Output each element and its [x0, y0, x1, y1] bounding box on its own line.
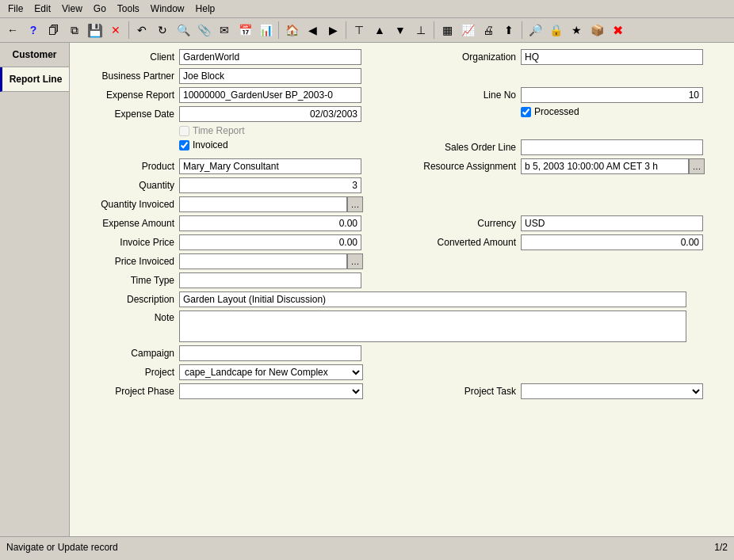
client-input[interactable]	[179, 49, 361, 65]
quantity-input[interactable]	[179, 177, 361, 193]
menu-go[interactable]: Go	[89, 2, 111, 16]
row-expense-report: Expense Report Line No	[76, 87, 728, 103]
sidebar-tab-customer[interactable]: Customer	[0, 43, 69, 67]
field-expense-report: Expense Report	[76, 87, 394, 103]
time-type-input[interactable]	[179, 272, 361, 288]
quantity-invoiced-btn[interactable]: …	[347, 196, 363, 212]
report-button[interactable]: 📊	[256, 21, 275, 40]
down-button[interactable]: ▼	[391, 21, 410, 40]
home-button[interactable]: 🏠	[282, 21, 301, 40]
expense-date-input[interactable]	[179, 106, 361, 122]
quantity-label: Quantity	[76, 180, 179, 191]
menu-edit[interactable]: Edit	[29, 2, 55, 16]
print-button[interactable]: 🖨	[479, 21, 498, 40]
project-task-select[interactable]	[521, 383, 703, 399]
up-button[interactable]: ▲	[370, 21, 389, 40]
invoiced-label: Invoiced	[193, 139, 233, 150]
sales-order-line-label: Sales Order Line	[410, 142, 521, 153]
sidebar: Customer Report Line	[0, 43, 70, 536]
last-button[interactable]: ⊥	[411, 21, 430, 40]
attach-button[interactable]: 📎	[194, 21, 213, 40]
row-project: Project cape_Landcape for New Complex	[76, 364, 728, 380]
back-button[interactable]: ←	[3, 21, 22, 40]
org-input[interactable]	[521, 49, 703, 65]
email-button[interactable]: ✉	[215, 21, 234, 40]
expense-amount-label: Expense Amount	[76, 218, 179, 229]
row-price-invoiced: Price Invoiced …	[76, 253, 728, 269]
field-sales-order-line: Sales Order Line	[410, 139, 728, 155]
price-invoiced-btn[interactable]: …	[347, 253, 363, 269]
field-project-task: Project Task	[410, 383, 728, 399]
lock-button[interactable]: 🔒	[546, 21, 565, 40]
export-button[interactable]: ⬆	[499, 21, 518, 40]
processed-checkbox[interactable]	[521, 107, 531, 117]
copy-button[interactable]: ⧉	[65, 21, 84, 40]
product-input[interactable]	[179, 158, 361, 174]
save-button[interactable]: 💾	[86, 21, 105, 40]
chart-button[interactable]: 📈	[458, 21, 477, 40]
field-time-report: Time Report	[76, 125, 728, 136]
page-info: 1/2	[714, 542, 728, 553]
org-label: Organization	[410, 51, 521, 63]
campaign-input[interactable]	[179, 345, 361, 361]
menu-view[interactable]: View	[57, 2, 87, 16]
menu-help[interactable]: Help	[191, 2, 220, 16]
row-project-phase: Project Phase Project Task	[76, 383, 728, 399]
field-expense-date: Expense Date	[76, 106, 394, 122]
expense-report-input[interactable]	[179, 87, 361, 103]
field-time-type: Time Type	[76, 272, 728, 288]
currency-input[interactable]	[521, 215, 703, 231]
zoom-button[interactable]: 🔎	[526, 21, 545, 40]
calendar-button[interactable]: 📅	[235, 21, 254, 40]
grid-button[interactable]: ▦	[438, 21, 457, 40]
field-processed: Processed	[410, 106, 728, 117]
project-phase-label: Project Phase	[76, 386, 179, 397]
quantity-invoiced-input[interactable]	[179, 196, 347, 212]
project-label: Project	[76, 367, 179, 378]
converted-amount-label: Converted Amount	[410, 237, 521, 248]
description-input[interactable]	[179, 291, 686, 307]
help-button[interactable]: ?	[24, 21, 43, 40]
row-bp: Business Partner	[76, 68, 728, 84]
note-label: Note	[76, 310, 179, 323]
find-button[interactable]: 🔍	[174, 21, 193, 40]
prev-button[interactable]: ◀	[303, 21, 322, 40]
field-expense-amount: Expense Amount	[76, 215, 394, 231]
delete-button[interactable]: ✕	[106, 21, 125, 40]
invoice-price-label: Invoice Price	[76, 237, 179, 248]
project-select[interactable]: cape_Landcape for New Complex	[179, 364, 363, 380]
quantity-invoiced-label: Quantity Invoiced	[76, 199, 179, 210]
line-no-input[interactable]	[521, 87, 703, 103]
field-resource-assignment: Resource Assignment …	[410, 158, 728, 174]
sidebar-tab-report-line[interactable]: Report Line	[0, 67, 69, 92]
resource-assignment-btn[interactable]: …	[689, 158, 705, 174]
bp-label: Business Partner	[76, 70, 179, 82]
star-button[interactable]: ★	[567, 21, 586, 40]
refresh-button[interactable]: ↻	[153, 21, 172, 40]
bp-input[interactable]	[179, 68, 361, 84]
time-report-checkbox[interactable]	[179, 126, 189, 136]
converted-amount-input[interactable]	[521, 234, 703, 250]
menu-file[interactable]: File	[3, 2, 28, 16]
product-label: Product	[76, 161, 179, 172]
close-button[interactable]: ✖	[608, 21, 627, 40]
invoice-price-input[interactable]	[179, 234, 361, 250]
archive-button[interactable]: 📦	[587, 21, 606, 40]
menu-tools[interactable]: Tools	[113, 2, 144, 16]
undo-button[interactable]: ↶	[132, 21, 151, 40]
field-quantity-invoiced: Quantity Invoiced …	[76, 196, 728, 212]
next-button[interactable]: ▶	[323, 21, 342, 40]
price-invoiced-input[interactable]	[179, 253, 347, 269]
project-phase-select[interactable]	[179, 383, 363, 399]
new-button[interactable]: 🗍	[44, 21, 63, 40]
first-button[interactable]: ⊤	[350, 21, 369, 40]
toolbar: ← ? 🗍 ⧉ 💾 ✕ ↶ ↻ 🔍 📎 ✉ 📅 📊 🏠 ◀ ▶ ⊤ ▲ ▼ ⊥ …	[0, 18, 734, 43]
sales-order-line-input[interactable]	[521, 139, 703, 155]
row-time-report: Time Report	[76, 125, 728, 136]
menu-window[interactable]: Window	[146, 2, 189, 16]
note-textarea[interactable]	[179, 310, 686, 342]
resource-assignment-input[interactable]	[521, 158, 689, 174]
expense-amount-input[interactable]	[179, 215, 361, 231]
invoiced-checkbox[interactable]	[179, 140, 189, 150]
time-type-label: Time Type	[76, 275, 179, 286]
